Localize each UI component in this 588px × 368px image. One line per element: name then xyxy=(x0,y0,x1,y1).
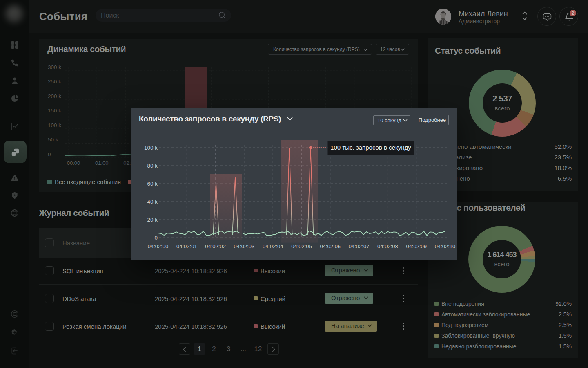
svg-text:04:02:03: 04:02:03 xyxy=(234,243,255,249)
svg-text:01:00: 01:00 xyxy=(95,160,109,166)
svg-text:Все входящие события: Все входящие события xyxy=(55,178,121,185)
svg-text:0: 0 xyxy=(48,151,51,157)
svg-text:200 k: 200 k xyxy=(48,93,61,99)
svg-text:04:02:05: 04:02:05 xyxy=(291,243,312,249)
svg-text:60 k: 60 k xyxy=(147,181,158,187)
svg-text:04:02:09: 04:02:09 xyxy=(406,243,427,249)
svg-text:04:02:04: 04:02:04 xyxy=(263,243,283,249)
svg-text:80 k: 80 k xyxy=(147,163,158,169)
svg-text:100 тыс. запросов в секунду: 100 тыс. запросов в секунду xyxy=(330,144,411,151)
svg-text:100 k: 100 k xyxy=(48,122,61,128)
svg-text:20 k: 20 k xyxy=(147,217,158,223)
svg-text:04:02:06: 04:02:06 xyxy=(320,243,341,249)
svg-text:0: 0 xyxy=(154,235,158,241)
svg-text:40 k: 40 k xyxy=(147,199,158,205)
svg-text:04:02:08: 04:02:08 xyxy=(377,243,398,249)
svg-text:00:00: 00:00 xyxy=(67,160,80,166)
svg-text:04:02:02: 04:02:02 xyxy=(205,243,226,249)
svg-text:04:02:07: 04:02:07 xyxy=(349,243,370,249)
svg-text:300 k: 300 k xyxy=(48,64,61,70)
svg-text:250 k: 250 k xyxy=(48,79,61,85)
svg-text:04:02:00: 04:02:00 xyxy=(148,243,169,249)
svg-text:100 k: 100 k xyxy=(144,145,158,151)
svg-text:04:02:01: 04:02:01 xyxy=(176,243,197,249)
svg-text:50 k: 50 k xyxy=(48,137,58,143)
svg-text:150 k: 150 k xyxy=(48,108,61,114)
svg-text:04:02:10: 04:02:10 xyxy=(435,243,456,249)
